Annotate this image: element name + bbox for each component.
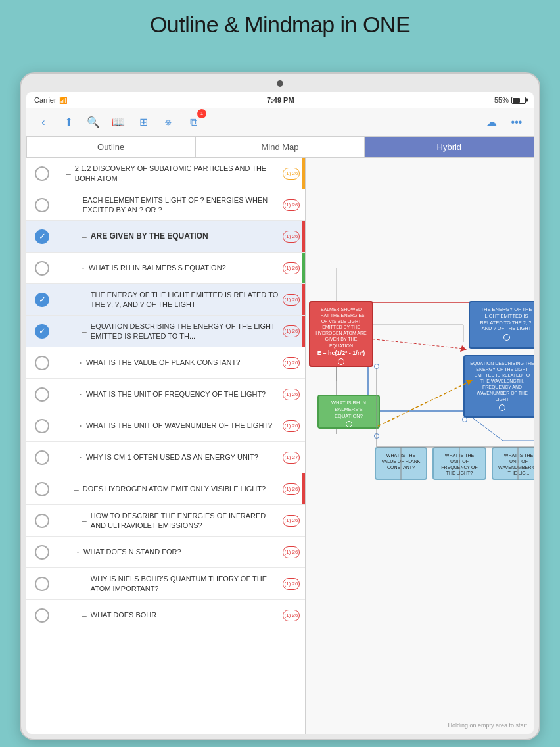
back-button[interactable]: ‹ — [33, 112, 54, 133]
checkbox[interactable] — [35, 261, 49, 276]
table-row: · WHAT IS THE VALUE OF PLANK CONSTANT? (… — [26, 347, 305, 379]
tab-bar: Outline Mind Map Hybrid — [26, 137, 534, 158]
mindmap-panel[interactable]: BALMER SHOWED THAT THE ENERGIES OF VISIB… — [306, 158, 534, 734]
dot-icon: · — [79, 356, 82, 370]
checkbox[interactable] — [35, 324, 49, 339]
row-text: 2.1.2 DISCOVERY OF SUBATOMIC PARTICLES A… — [75, 164, 280, 183]
holding-hint: Holding on empty area to start — [448, 722, 527, 729]
checkbox[interactable] — [35, 482, 49, 496]
checkbox[interactable] — [35, 545, 49, 560]
row-text: WHY IS CM-1 OFTEN USED AS AN ENERGY UNIT… — [86, 452, 280, 462]
checkbox[interactable] — [35, 450, 49, 465]
notification-button[interactable]: ⧉1 — [183, 112, 204, 133]
mindmap-node-rh[interactable]: WHAT IS RH IN BALMERS'S EQUATION? — [317, 395, 380, 429]
outline-panel: – 2.1.2 DISCOVERY OF SUBATOMIC PARTICLES… — [26, 158, 306, 734]
mindmap-connections — [306, 158, 534, 734]
row-text: ARE GIVEN BY THE EQUATION — [91, 231, 280, 242]
more-button[interactable]: ••• — [506, 112, 527, 133]
table-row: – WHAT DOES BOHR (1) 26 — [26, 600, 305, 631]
mindmap-node-main[interactable]: BALMER SHOWED THAT THE ENERGIES OF VISIB… — [309, 301, 373, 367]
tab-hybrid[interactable]: Hybrid — [365, 137, 534, 157]
table-row: – EACH ELEMENT EMITS LIGHT OF ? ENERGIES… — [26, 189, 305, 221]
checkbox[interactable] — [35, 198, 49, 212]
table-row: – ARE GIVEN BY THE EQUATION (1) 26 — [26, 221, 305, 253]
mindmap-node-energy[interactable]: THE ENERGY OF THE LIGHT EMITTED IS RELAT… — [469, 301, 534, 349]
view-toggle-button[interactable]: ⊞ — [133, 112, 154, 133]
svg-marker-2 — [460, 345, 467, 352]
row-text: WHAT IS RH IN BALMERS'S EQUATION? — [89, 263, 280, 272]
checkbox[interactable] — [35, 229, 49, 244]
dash-icon: – — [82, 231, 87, 242]
dot-icon: · — [79, 419, 82, 433]
carrier-label: Carrier — [34, 96, 57, 104]
row-text: WHAT DOES BOHR — [91, 610, 280, 619]
share-button[interactable]: ⬆ — [58, 112, 79, 133]
checkbox[interactable] — [35, 293, 49, 307]
status-time: 7:49 PM — [267, 96, 294, 104]
tab-outline[interactable]: Outline — [26, 137, 195, 157]
ipad-frame: Carrier 📶 7:49 PM 55% ‹ ⬆ 🔍 📖 ⊞ ⎈ ⧉1 ☁ •… — [20, 72, 540, 740]
checkbox[interactable] — [35, 608, 49, 623]
row-text: EQUATION DESCRIBING THE ENERGY OF THE LI… — [91, 322, 280, 341]
row-text: EACH ELEMENT EMITS LIGHT OF ? ENERGIES W… — [83, 195, 280, 214]
table-row: – DOES HYDROGEN ATOM EMIT ONLY VISIBLE L… — [26, 473, 305, 505]
dot-icon: · — [79, 387, 82, 401]
ipad-screen: Carrier 📶 7:49 PM 55% ‹ ⬆ 🔍 📖 ⊞ ⎈ ⧉1 ☁ •… — [26, 92, 534, 734]
toolbar: ‹ ⬆ 🔍 📖 ⊞ ⎈ ⧉1 ☁ ••• — [26, 108, 534, 137]
dash-icon: – — [74, 484, 79, 494]
row-text: WHAT IS THE UNIT OF WAVENUMBER OF THE LI… — [86, 421, 280, 430]
cloud-button[interactable]: ☁ — [481, 112, 502, 133]
table-row: – HOW TO DESCRIBE THE ENERGIES OF INFRAR… — [26, 505, 305, 537]
table-row: · WHAT IS THE UNIT OF WAVENUMBER OF THE … — [26, 410, 305, 442]
table-row: – 2.1.2 DISCOVERY OF SUBATOMIC PARTICLES… — [26, 158, 305, 189]
row-text: WHY IS NIELS BOHR'S QUANTUM THEORY OF TH… — [91, 574, 280, 593]
mindmap-node-frequency[interactable]: WHAT IS THE UNIT OF FREQUENCY OF THE LIG… — [432, 447, 486, 480]
tab-mindmap[interactable]: Mind Map — [195, 137, 364, 157]
table-row: · WHAT IS RH IN BALMERS'S EQUATION? (1) … — [26, 253, 305, 284]
network-button[interactable]: ⎈ — [158, 112, 179, 133]
checkbox[interactable] — [35, 514, 49, 528]
row-text: WHAT DOES N STAND FOR? — [83, 547, 280, 556]
battery-percent: 55% — [494, 96, 509, 104]
dash-icon: – — [82, 516, 87, 526]
checkbox[interactable] — [35, 419, 49, 433]
camera — [277, 80, 283, 87]
book-button[interactable]: 📖 — [108, 112, 129, 133]
checkbox[interactable] — [35, 577, 49, 591]
main-content: – 2.1.2 DISCOVERY OF SUBATOMIC PARTICLES… — [26, 158, 534, 734]
mindmap-node-equation[interactable]: EQUATION DESCRIBING THE ENERGY OF THE LI… — [463, 355, 534, 418]
dot-icon: · — [76, 545, 80, 559]
row-text: THE ENERGY OF THE LIGHT EMITTED IS RELAT… — [91, 290, 280, 309]
dash-icon: – — [82, 610, 87, 621]
wifi-icon: 📶 — [59, 97, 67, 104]
table-row: · WHAT IS THE UNIT OF FREQUENCY OF THE L… — [26, 379, 305, 410]
table-row: – WHY IS NIELS BOHR'S QUANTUM THEORY OF … — [26, 568, 305, 600]
table-row: – EQUATION DESCRIBING THE ENERGY OF THE … — [26, 316, 305, 347]
dash-icon: – — [82, 326, 87, 337]
table-row: · WHAT DOES N STAND FOR? (1) 26 — [26, 537, 305, 568]
dot-icon: · — [82, 261, 85, 275]
app-title: Outline & Mindmap in ONE — [0, 0, 560, 47]
row-text: DOES HYDROGEN ATOM EMIT ONLY VISIBLE LIG… — [83, 484, 280, 493]
checkbox[interactable] — [35, 166, 49, 181]
status-bar: Carrier 📶 7:49 PM 55% — [26, 92, 534, 108]
dash-icon: – — [74, 200, 79, 210]
table-row: · WHY IS CM-1 OFTEN USED AS AN ENERGY UN… — [26, 442, 305, 473]
mindmap-node-plank[interactable]: WHAT IS THE VALUE OF PLANK CONSTANT? — [375, 447, 427, 480]
dash-icon: – — [82, 295, 87, 305]
checkbox[interactable] — [35, 387, 49, 402]
table-row: – THE ENERGY OF THE LIGHT EMITTED IS REL… — [26, 284, 305, 316]
search-button[interactable]: 🔍 — [83, 112, 104, 133]
battery-icon — [511, 97, 526, 104]
row-text: HOW TO DESCRIBE THE ENERGIES OF INFRARED… — [91, 511, 280, 530]
dash-icon: – — [82, 579, 87, 589]
dot-icon: · — [79, 450, 82, 464]
svg-line-1 — [368, 339, 463, 349]
row-text: WHAT IS THE UNIT OF FREQUENCY OF THE LIG… — [86, 389, 280, 398]
dash-icon: – — [66, 168, 71, 179]
mindmap-node-wavenumber[interactable]: WHAT IS THE UNIT OF WAVENUMBER OF THE LI… — [492, 447, 534, 480]
checkbox[interactable] — [35, 356, 49, 370]
row-text: WHAT IS THE VALUE OF PLANK CONSTANT? — [86, 358, 280, 367]
